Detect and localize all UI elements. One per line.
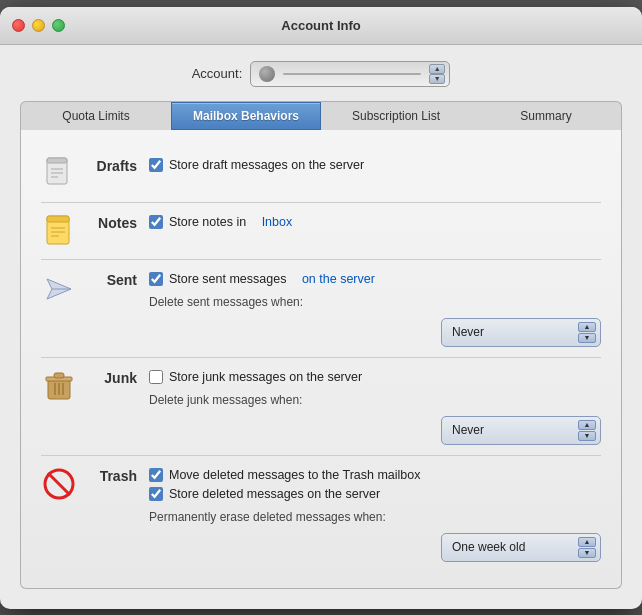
stepper-down[interactable]: ▼ [429, 74, 445, 84]
sent-stepper-down[interactable]: ▼ [578, 333, 596, 343]
account-icon [259, 66, 275, 82]
drafts-icon-svg [44, 157, 74, 191]
junk-dropdown[interactable]: Never ▲ ▼ [441, 416, 601, 445]
junk-check-label: Store junk messages on the server [169, 370, 362, 384]
junk-stepper-down[interactable]: ▼ [578, 431, 596, 441]
sent-check-label1: Store sent messages [169, 272, 286, 286]
junk-icon-svg [44, 369, 74, 403]
notes-check-label1: Store notes in [169, 215, 246, 229]
trash-dropdown-value: One week old [452, 540, 578, 554]
sent-label: Sent [89, 270, 137, 288]
stepper-up[interactable]: ▲ [429, 64, 445, 74]
notes-section: Notes Store notes in Inbox [41, 203, 601, 260]
trash-stepper-down[interactable]: ▼ [578, 548, 596, 558]
sent-dropdown[interactable]: Never ▲ ▼ [441, 318, 601, 347]
sent-dropdown-value: Never [452, 325, 578, 339]
sent-icon-svg [44, 271, 74, 305]
trash-check1-label: Move deleted messages to the Trash mailb… [169, 468, 421, 482]
account-label: Account: [192, 66, 243, 81]
svg-rect-14 [54, 373, 64, 378]
sent-checkbox[interactable] [149, 272, 163, 286]
titlebar: Account Info [0, 7, 642, 45]
trash-icon-svg [43, 467, 75, 501]
tabs-wrapper: Quota Limits Mailbox Behaviors Subscript… [20, 101, 622, 589]
junk-dropdown-value: Never [452, 423, 578, 437]
notes-label: Notes [89, 213, 137, 231]
trash-icon [41, 466, 77, 502]
notes-row: Notes Store notes in Inbox [41, 213, 601, 249]
trash-dropdown-row: One week old ▲ ▼ [149, 533, 601, 562]
sent-dropdown-row: Never ▲ ▼ [149, 318, 601, 347]
maximize-button[interactable] [52, 19, 65, 32]
account-selector[interactable]: ▲ ▼ [250, 61, 450, 87]
junk-content: Store junk messages on the server Delete… [149, 368, 601, 445]
trash-check1-row: Move deleted messages to the Trash mailb… [149, 468, 601, 482]
junk-delete-label: Delete junk messages when: [149, 393, 601, 407]
notes-icon-svg [44, 214, 74, 248]
drafts-icon [41, 156, 77, 192]
junk-label: Junk [89, 368, 137, 386]
trash-dropdown[interactable]: One week old ▲ ▼ [441, 533, 601, 562]
sent-check-row: Store sent messages on the server [149, 272, 601, 286]
account-stepper[interactable]: ▲ ▼ [429, 64, 445, 84]
junk-checkbox[interactable] [149, 370, 163, 384]
svg-rect-6 [47, 216, 69, 222]
tabs-header: Quota Limits Mailbox Behaviors Subscript… [20, 101, 622, 130]
trash-dropdown-stepper[interactable]: ▲ ▼ [578, 537, 596, 558]
junk-stepper-up[interactable]: ▲ [578, 420, 596, 430]
window-content: Account: ▲ ▼ Quota Limits Mailbox Behavi… [0, 45, 642, 609]
junk-row: Junk Store junk messages on the server D… [41, 368, 601, 445]
notes-inbox-label: Inbox [262, 215, 293, 229]
trash-check2-row: Store deleted messages on the server [149, 487, 601, 501]
sent-check-label2: on the server [302, 272, 375, 286]
sent-section: Sent Store sent messages on the server D… [41, 260, 601, 358]
trash-delete-label: Permanently erase deleted messages when: [149, 510, 601, 524]
sent-icon [41, 270, 77, 306]
mailbox-behaviors-panel: Drafts Store draft messages on the serve… [20, 130, 622, 589]
junk-dropdown-row: Never ▲ ▼ [149, 416, 601, 445]
notes-check-row: Store notes in Inbox [149, 215, 601, 229]
drafts-label: Drafts [89, 156, 137, 174]
trash-checkbox2[interactable] [149, 487, 163, 501]
tab-mailbox[interactable]: Mailbox Behaviors [171, 102, 321, 130]
trash-check2-label: Store deleted messages on the server [169, 487, 380, 501]
account-row: Account: ▲ ▼ [20, 61, 622, 87]
traffic-lights [12, 19, 65, 32]
tab-quota[interactable]: Quota Limits [21, 102, 171, 130]
junk-section: Junk Store junk messages on the server D… [41, 358, 601, 456]
sent-content: Store sent messages on the server Delete… [149, 270, 601, 347]
tab-subscription[interactable]: Subscription List [321, 102, 471, 130]
notes-content: Store notes in Inbox [149, 213, 601, 229]
sent-delete-label: Delete sent messages when: [149, 295, 601, 309]
account-info-window: Account Info Account: ▲ ▼ Quota Limits M… [0, 7, 642, 609]
trash-stepper-up[interactable]: ▲ [578, 537, 596, 547]
window-title: Account Info [281, 18, 360, 33]
junk-dropdown-stepper[interactable]: ▲ ▼ [578, 420, 596, 441]
notes-icon [41, 213, 77, 249]
drafts-section: Drafts Store draft messages on the serve… [41, 146, 601, 203]
svg-line-19 [48, 473, 70, 495]
trash-row: Trash Move deleted messages to the Trash… [41, 466, 601, 562]
trash-label: Trash [89, 466, 137, 484]
drafts-check-label: Store draft messages on the server [169, 158, 364, 172]
tab-summary[interactable]: Summary [471, 102, 621, 130]
sent-dropdown-stepper[interactable]: ▲ ▼ [578, 322, 596, 343]
drafts-check-row: Store draft messages on the server [149, 158, 601, 172]
trash-section: Trash Move deleted messages to the Trash… [41, 456, 601, 572]
drafts-row: Drafts Store draft messages on the serve… [41, 156, 601, 192]
drafts-checkbox[interactable] [149, 158, 163, 172]
notes-checkbox[interactable] [149, 215, 163, 229]
junk-icon [41, 368, 77, 404]
close-button[interactable] [12, 19, 25, 32]
sent-row: Sent Store sent messages on the server D… [41, 270, 601, 347]
sent-stepper-up[interactable]: ▲ [578, 322, 596, 332]
junk-check-row: Store junk messages on the server [149, 370, 601, 384]
svg-rect-1 [47, 158, 67, 163]
trash-checkbox1[interactable] [149, 468, 163, 482]
minimize-button[interactable] [32, 19, 45, 32]
drafts-content: Store draft messages on the server [149, 156, 601, 172]
trash-content: Move deleted messages to the Trash mailb… [149, 466, 601, 562]
account-bar [283, 73, 421, 75]
